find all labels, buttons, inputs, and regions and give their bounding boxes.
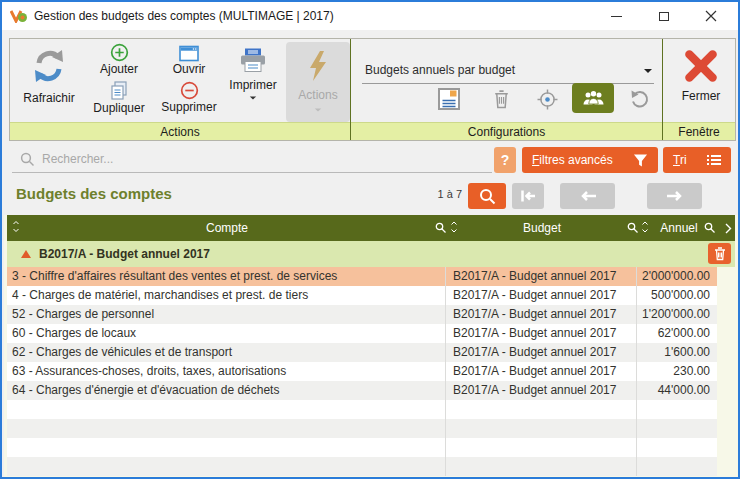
empty-row — [7, 400, 717, 419]
group-band-fenetre: Fenêtre — [663, 122, 735, 140]
minimize-icon — [611, 16, 622, 17]
target-configuration-button[interactable] — [532, 85, 562, 113]
search-icon — [479, 188, 496, 205]
delete-button[interactable]: Supprimer — [158, 81, 220, 114]
sort-label: Tri — [673, 153, 687, 167]
configuration-combobox-value: Budgets annuels par budget — [365, 63, 515, 77]
table-row[interactable]: 62 - Charges de véhicules et de transpor… — [7, 343, 717, 362]
red-x-icon — [682, 47, 720, 85]
column-search-icon[interactable] — [627, 222, 639, 234]
previous-page-button[interactable] — [560, 183, 615, 209]
print-menu-caret-icon — [250, 96, 256, 99]
help-button[interactable]: ? — [494, 147, 516, 173]
maximize-icon — [659, 12, 669, 21]
table-row[interactable]: 4 - Charges de matériel, marchandises et… — [7, 286, 717, 305]
window-title: Gestion des budgets des comptes (MULTIMA… — [34, 2, 334, 30]
print-button[interactable]: Imprimer — [224, 47, 282, 100]
copy-icon — [110, 81, 128, 101]
window-controls — [593, 2, 734, 30]
table-row[interactable]: 3 - Chiffre d'affaires résultant des ven… — [7, 267, 717, 286]
minimize-button[interactable] — [593, 2, 640, 30]
advanced-filters-label: Filtres avancés — [532, 153, 613, 167]
column-search-icon[interactable] — [435, 222, 447, 234]
actions-button-disabled: Actions — [286, 42, 350, 122]
collapse-triangle-icon[interactable] — [21, 250, 31, 258]
plus-circle-icon — [110, 43, 129, 62]
list-header: Budgets des comptes 1 à 7 — [2, 178, 738, 213]
filter-funnel-icon — [633, 153, 648, 168]
column-header-compte[interactable]: Compte — [7, 215, 447, 241]
combobox-caret-icon — [644, 69, 652, 73]
reset-configuration-button[interactable] — [624, 85, 654, 113]
target-icon — [537, 89, 558, 110]
table-row[interactable]: 64 - Charges d'énergie et d'évacuation d… — [7, 381, 717, 400]
record-range: 1 à 7 — [432, 188, 462, 200]
titlebar: Gestion des budgets des comptes (MULTIMA… — [2, 2, 738, 30]
people-icon — [582, 90, 605, 106]
delete-budget-button[interactable] — [708, 243, 731, 264]
table-zone: Compte Budget Annuel B2017/A - Budget an… — [4, 215, 740, 479]
trash-icon — [714, 247, 726, 261]
more-columns-icon[interactable] — [724, 223, 732, 234]
arrow-left-icon — [578, 189, 598, 203]
column-header-budget[interactable]: Budget — [452, 215, 632, 241]
table-row[interactable]: 60 - Charges de locaux B2017/A - Budget … — [7, 324, 717, 343]
table-body: 3 - Chiffre d'affaires résultant des ven… — [7, 267, 717, 476]
next-page-button[interactable] — [647, 183, 702, 209]
first-page-button[interactable] — [512, 183, 544, 209]
configuration-combobox[interactable]: Budgets annuels par budget — [362, 52, 654, 84]
toolbar-ribbon: Rafraichir Ajouter Dupliquer Ouvrir — [9, 38, 736, 141]
window-icon — [179, 45, 199, 62]
sort-list-icon — [707, 154, 721, 166]
page-title: Budgets des comptes — [16, 185, 172, 202]
open-button[interactable]: Ouvrir — [158, 45, 220, 76]
refresh-icon — [31, 47, 67, 85]
empty-row — [7, 419, 717, 438]
maximize-button[interactable] — [640, 2, 687, 30]
sort-button[interactable]: Tri — [663, 147, 731, 173]
column-search-icon[interactable] — [704, 222, 716, 234]
group-label: B2017/A - Budget annuel 2017 — [39, 241, 210, 267]
empty-row — [7, 438, 717, 457]
search-row: ? Filtres avancés Tri — [2, 145, 738, 175]
printer-icon — [239, 47, 267, 74]
save-icon — [438, 88, 460, 110]
save-configuration-button[interactable] — [434, 85, 464, 113]
arrow-right-icon — [665, 189, 685, 203]
table-row[interactable]: 52 - Charges de personnel B2017/A - Budg… — [7, 305, 717, 324]
refresh-button[interactable]: Rafraichir — [16, 47, 82, 105]
add-button[interactable]: Ajouter — [86, 43, 152, 76]
undo-icon — [629, 89, 649, 109]
minus-circle-icon — [180, 81, 199, 100]
table-header: Compte Budget Annuel — [7, 215, 735, 241]
close-icon — [705, 10, 717, 22]
close-button[interactable] — [687, 2, 734, 30]
table-row[interactable]: 63 - Assurances-choses, droits, taxes, a… — [7, 362, 717, 381]
group-band-actions: Actions — [10, 122, 350, 140]
app-logo-icon — [10, 9, 28, 23]
shared-configuration-button[interactable] — [572, 83, 614, 113]
duplicate-button[interactable]: Dupliquer — [86, 81, 152, 115]
app-window: Gestion des budgets des comptes (MULTIMA… — [0, 0, 740, 479]
delete-configuration-button[interactable] — [486, 85, 516, 113]
search-input[interactable] — [40, 148, 480, 170]
group-row[interactable]: B2017/A - Budget annuel 2017 — [7, 241, 735, 267]
search-field[interactable] — [12, 146, 492, 173]
first-page-icon — [519, 189, 537, 203]
empty-row — [7, 457, 717, 476]
column-header-annuel[interactable]: Annuel — [647, 215, 711, 241]
trash-icon — [493, 89, 510, 109]
advanced-filters-button[interactable]: Filtres avancés — [522, 147, 658, 173]
search-icon — [20, 152, 35, 167]
group-band-configurations: Configurations — [351, 122, 662, 140]
table-search-button[interactable] — [468, 183, 506, 209]
actions-menu-caret-icon — [315, 108, 321, 111]
lightning-icon — [308, 50, 328, 82]
